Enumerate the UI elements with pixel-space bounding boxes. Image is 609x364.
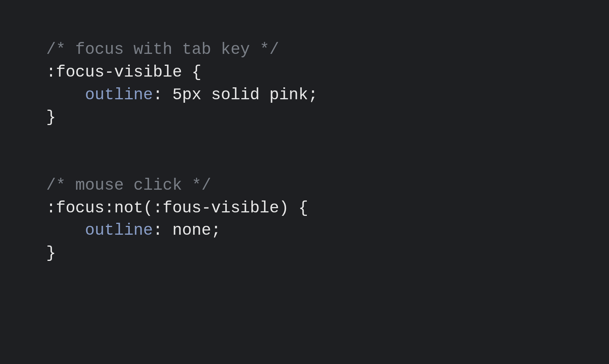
brace-open: { bbox=[182, 63, 201, 82]
colon: : bbox=[153, 221, 172, 240]
semicolon: ; bbox=[308, 86, 318, 104]
brace-close: } bbox=[46, 244, 56, 262]
value-text: 5px solid pink bbox=[172, 86, 308, 104]
code-line-brace-close: } bbox=[46, 106, 563, 129]
property-text: outline bbox=[85, 86, 153, 104]
comment-text: /* mouse click */ bbox=[46, 176, 211, 195]
code-block: /* focus with tab key */:focus-visible {… bbox=[46, 38, 563, 265]
code-line-selector: :focus:not(:fous-visible) { bbox=[46, 197, 563, 220]
colon: : bbox=[153, 86, 172, 104]
semicolon: ; bbox=[211, 221, 221, 240]
code-line-declaration: outline: 5px solid pink; bbox=[46, 84, 563, 107]
comment-text: /* focus with tab key */ bbox=[46, 40, 279, 59]
brace-open: { bbox=[289, 199, 308, 217]
blank-line bbox=[46, 129, 563, 152]
property-text: outline bbox=[85, 221, 153, 240]
brace-close: } bbox=[46, 108, 56, 127]
code-line-brace-close: } bbox=[46, 242, 563, 265]
code-line-comment: /* focus with tab key */ bbox=[46, 38, 563, 61]
blank-line bbox=[46, 152, 563, 174]
selector-text: :focus-visible bbox=[46, 63, 182, 82]
code-line-declaration: outline: none; bbox=[46, 219, 563, 242]
code-line-selector: :focus-visible { bbox=[46, 61, 563, 84]
code-line-comment: /* mouse click */ bbox=[46, 174, 563, 197]
selector-text: :focus:not(:fous-visible) bbox=[46, 199, 289, 217]
value-text: none bbox=[172, 221, 211, 240]
